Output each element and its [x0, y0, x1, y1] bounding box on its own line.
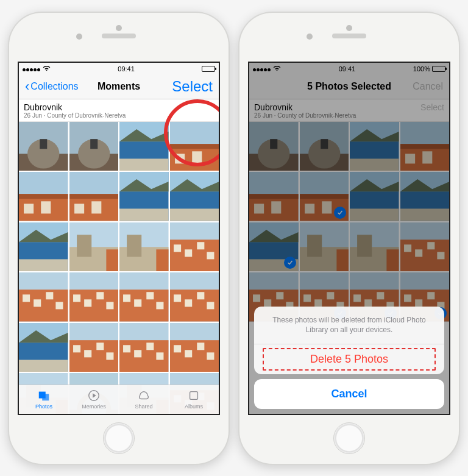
- status-time: 09:41: [118, 65, 135, 73]
- back-label: Collections: [30, 81, 78, 92]
- photo-thumbnail[interactable]: [19, 122, 68, 171]
- section-subtitle: 26 Jun · County of Dubrovnik-Neretva: [24, 112, 214, 119]
- screen-left: 09:41 ‹ Collections Moments Select Dubro…: [18, 62, 220, 415]
- section-location: Dubrovnik: [24, 102, 214, 112]
- tab-shared[interactable]: Shared: [119, 385, 169, 414]
- navbar: ‹ Collections Moments Select: [19, 75, 219, 99]
- photo-thumbnail[interactable]: [170, 122, 219, 171]
- action-sheet: These photos will be deleted from iCloud…: [254, 307, 444, 408]
- sheet-cancel-button[interactable]: Cancel: [254, 379, 444, 409]
- memories-icon: [87, 389, 101, 402]
- iphone-right: 09:41 100% 5 Photos Selected Cancel Sele…: [239, 13, 459, 464]
- photo-thumbnail[interactable]: [19, 222, 68, 272]
- tab-photos[interactable]: Photos: [19, 385, 69, 414]
- signal-dots-icon: [23, 65, 51, 73]
- photo-thumbnail[interactable]: [19, 272, 68, 322]
- albums-icon: [186, 389, 201, 402]
- tab-albums[interactable]: Albums: [169, 385, 219, 414]
- battery-icon: [202, 66, 215, 72]
- photo-thumbnail[interactable]: [119, 172, 169, 221]
- status-bar: 09:41: [19, 63, 219, 75]
- select-button[interactable]: Select: [172, 78, 213, 95]
- svg-rect-3: [190, 392, 198, 400]
- photo-thumbnail[interactable]: [19, 172, 68, 221]
- tab-bar: Photos Memories Shared Albums: [19, 385, 219, 414]
- home-button[interactable]: [333, 422, 365, 454]
- photo-thumbnail[interactable]: [170, 222, 219, 272]
- photo-thumbnail[interactable]: [119, 222, 169, 272]
- photo-thumbnail[interactable]: [170, 323, 219, 372]
- photo-thumbnail[interactable]: [170, 272, 219, 322]
- photo-thumbnail[interactable]: [119, 272, 169, 322]
- tab-memories[interactable]: Memories: [69, 385, 119, 414]
- photo-thumbnail[interactable]: [69, 272, 119, 322]
- sheet-message: These photos will be deleted from iCloud…: [254, 307, 444, 343]
- iphone-left: 09:41 ‹ Collections Moments Select Dubro…: [9, 13, 229, 464]
- photo-thumbnail[interactable]: [69, 172, 119, 221]
- delete-photos-button[interactable]: Delete 5 Photos: [254, 344, 444, 374]
- home-button[interactable]: [103, 422, 135, 454]
- shared-icon: [136, 389, 151, 402]
- photo-thumbnail[interactable]: [119, 122, 169, 171]
- back-button[interactable]: ‹ Collections: [25, 81, 79, 92]
- photo-thumbnail[interactable]: [19, 323, 68, 372]
- svg-rect-1: [42, 394, 49, 400]
- photo-thumbnail[interactable]: [170, 172, 219, 221]
- photo-thumbnail[interactable]: [69, 122, 119, 171]
- photo-thumbnail[interactable]: [119, 323, 169, 372]
- photo-grid: [19, 122, 219, 415]
- screen-right: 09:41 100% 5 Photos Selected Cancel Sele…: [248, 62, 450, 415]
- section-header: Dubrovnik 26 Jun · County of Dubrovnik-N…: [19, 99, 219, 122]
- photos-icon: [37, 389, 51, 402]
- photo-thumbnail[interactable]: [69, 323, 119, 372]
- photo-thumbnail[interactable]: [69, 222, 119, 272]
